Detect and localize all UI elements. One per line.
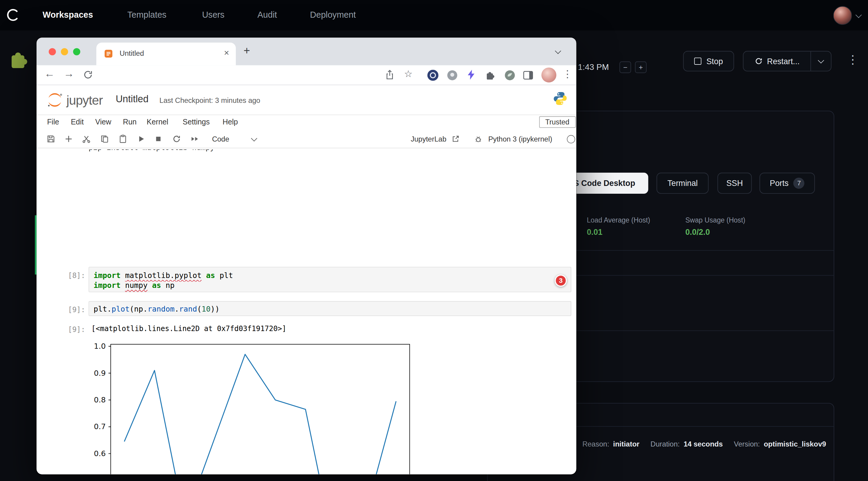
schedule-increase-button[interactable]: +: [635, 62, 647, 73]
ports-label: Ports: [770, 179, 788, 188]
code-cell-plot[interactable]: plt.plot(np.random.rand(10)): [89, 301, 571, 316]
onepassword-extension-icon[interactable]: [427, 70, 438, 83]
lightning-extension-icon[interactable]: [466, 69, 476, 83]
cut-cell-button[interactable]: [82, 135, 91, 146]
interrupt-kernel-button[interactable]: [154, 135, 163, 146]
jupyter-logo: jupyter: [46, 92, 102, 108]
cell-type-dropdown[interactable]: Code: [208, 132, 261, 146]
browser-window: Untitled × + ← → 5555--main--test--matif…: [37, 38, 577, 474]
workspace-kebab-menu[interactable]: ⋮: [847, 53, 859, 66]
code-token: (: [197, 304, 202, 313]
insert-cell-button[interactable]: [64, 135, 73, 146]
ports-button[interactable]: Ports 7: [760, 173, 815, 194]
coder-dashboard: Workspaces Templates Users Audit Deploym…: [0, 0, 868, 481]
code-token: random: [148, 304, 175, 313]
browser-kebab-menu[interactable]: ⋮: [562, 68, 572, 81]
nav-item-audit[interactable]: Audit: [257, 10, 277, 20]
kernel-status-icon: [567, 135, 575, 143]
cell-output-prompt: [9]:: [59, 325, 86, 334]
tab-title: Untitled: [120, 49, 144, 58]
matplotlib-figure: 0.20.30.40.50.60.70.80.91.002468: [81, 336, 435, 474]
extension-icon-a[interactable]: [446, 70, 458, 83]
menu-settings[interactable]: Settings: [183, 118, 210, 126]
bookmark-star-icon[interactable]: ☆: [404, 68, 412, 80]
share-button[interactable]: [385, 70, 395, 82]
stop-workspace-button[interactable]: Stop: [683, 51, 734, 71]
save-button[interactable]: [46, 135, 56, 146]
menu-help[interactable]: Help: [222, 118, 238, 126]
tab-close-icon[interactable]: ×: [224, 48, 229, 58]
python-logo-icon: [553, 91, 568, 108]
window-minimize-button[interactable]: [61, 48, 68, 56]
chevron-down-icon[interactable]: [856, 12, 862, 18]
swap-usage-value: 0.0/2.0: [685, 228, 710, 236]
menu-run[interactable]: Run: [123, 118, 137, 126]
copy-cell-button[interactable]: [100, 135, 109, 146]
reload-button[interactable]: [83, 70, 93, 82]
browser-tab[interactable]: Untitled ×: [96, 42, 236, 65]
stop-icon: [694, 58, 702, 65]
external-link-icon[interactable]: [452, 135, 460, 145]
terminal-label: Terminal: [668, 179, 698, 188]
code-token: as: [202, 271, 220, 280]
notebook-title[interactable]: Untitled: [116, 94, 149, 105]
extensions-puzzle-icon[interactable]: [485, 70, 496, 83]
code-token: matplotlib.pyplot: [125, 271, 202, 280]
back-button[interactable]: ←: [44, 67, 55, 80]
code-token: plt: [220, 271, 233, 280]
terminal-button[interactable]: Terminal: [656, 173, 708, 194]
vscode-desktop-label: VS Code Desktop: [568, 179, 635, 188]
open-in-jupyterlab-link[interactable]: JupyterLab: [411, 135, 446, 143]
browser-toolbar: ← → 5555--main--test--matifali.atif.cdr.…: [37, 65, 577, 85]
debugger-icon[interactable]: [474, 135, 483, 146]
jupyter-menubar: File Edit View Run Kernel Settings Help …: [37, 115, 577, 130]
new-tab-button[interactable]: +: [244, 44, 250, 57]
nav-item-deployment[interactable]: Deployment: [310, 10, 356, 20]
menu-edit[interactable]: Edit: [71, 118, 84, 126]
nav-item-users[interactable]: Users: [202, 10, 225, 20]
window-close-button[interactable]: [49, 48, 56, 56]
trusted-button[interactable]: Trusted: [539, 116, 576, 128]
nav-item-workspaces[interactable]: Workspaces: [42, 10, 93, 20]
user-avatar[interactable]: [833, 6, 852, 25]
browser-profile-avatar[interactable]: [541, 67, 556, 83]
load-average-value: 0.01: [587, 228, 602, 236]
duration-label: Duration:: [651, 440, 680, 448]
version-value: optimistic_liskov9: [764, 440, 826, 448]
nav-item-templates[interactable]: Templates: [127, 10, 166, 20]
jupyter-toolbar: Code JupyterLab Python 3 (ipykernel): [37, 130, 577, 149]
coder-logo-icon[interactable]: [5, 7, 22, 26]
reason-label: Reason:: [583, 440, 609, 448]
svg-text:0.8: 0.8: [94, 395, 106, 404]
top-navigation: Workspaces Templates Users Audit Deploym…: [0, 0, 868, 31]
code-token: np: [165, 281, 175, 290]
run-cell-button[interactable]: [137, 135, 146, 146]
cell-output-text: [<matplotlib.lines.Line2D at 0x7fd03f191…: [91, 324, 286, 333]
code-token: (np.: [130, 304, 148, 313]
split-view-icon[interactable]: [523, 71, 533, 82]
restart-options-dropdown[interactable]: [810, 52, 831, 71]
kernel-name[interactable]: Python 3 (ipykernel): [488, 135, 552, 143]
restart-icon: [754, 57, 763, 65]
window-maximize-button[interactable]: [73, 48, 81, 56]
paste-cell-button[interactable]: [119, 135, 127, 146]
schedule-decrease-button[interactable]: −: [619, 62, 631, 73]
code-token: import: [94, 271, 125, 280]
jupyter-logo-icon: [46, 92, 63, 108]
restart-run-all-button[interactable]: [190, 135, 200, 146]
code-cell-imports[interactable]: import matplotlib.pyplot as pltimport nu…: [89, 267, 571, 292]
partial-cell-text: pip install matplotlib numpy: [89, 149, 365, 152]
menu-kernel[interactable]: Kernel: [147, 118, 168, 126]
code-token: rand: [179, 304, 197, 313]
menu-view[interactable]: View: [95, 118, 111, 126]
restart-workspace-button[interactable]: Restart...: [744, 52, 810, 71]
ssh-button[interactable]: SSH: [717, 173, 752, 194]
restart-kernel-button[interactable]: [172, 135, 181, 146]
cell-type-value: Code: [212, 135, 229, 143]
forward-button[interactable]: →: [64, 67, 74, 80]
menu-file[interactable]: File: [47, 118, 59, 126]
chevron-down-icon: [251, 135, 257, 141]
extension-icon-b[interactable]: [504, 70, 515, 83]
puzzle-extension-icon[interactable]: [9, 49, 30, 72]
tab-search-chevron-icon[interactable]: [555, 48, 561, 54]
